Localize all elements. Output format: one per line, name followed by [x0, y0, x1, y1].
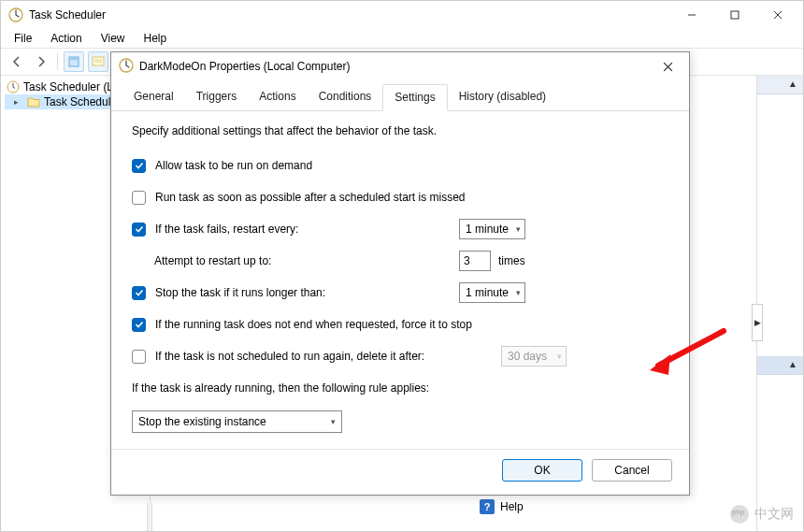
help-icon: ? — [480, 499, 495, 514]
tab-general[interactable]: General — [122, 84, 185, 110]
dialog-titlebar: DarkModeOn Properties (Local Computer) — [111, 52, 689, 80]
chevron-down-icon: ▾ — [331, 417, 336, 426]
dialog-footer: OK Cancel — [111, 449, 689, 495]
menubar: File Action View Help — [1, 29, 803, 48]
combo-stop-value: 1 minute — [466, 286, 509, 299]
properties-button[interactable] — [64, 51, 84, 72]
label-force-stop: If the running task does not end when re… — [155, 318, 472, 331]
label-restart-attempts: Attempt to restart up to: — [154, 254, 271, 267]
window-controls — [670, 1, 799, 29]
tab-actions[interactable]: Actions — [248, 84, 307, 110]
run-button[interactable] — [88, 51, 108, 72]
watermark: 中文网 — [730, 505, 794, 524]
menu-action[interactable]: Action — [43, 30, 89, 47]
titlebar: Task Scheduler — [1, 1, 803, 29]
checkbox-force-stop[interactable] — [132, 318, 146, 332]
actions-header-2[interactable]: ▲ — [757, 356, 803, 375]
tab-triggers[interactable]: Triggers — [185, 84, 249, 110]
properties-dialog: DarkModeOn Properties (Local Computer) G… — [110, 51, 690, 496]
watermark-text: 中文网 — [754, 506, 794, 523]
cancel-button[interactable]: Cancel — [592, 459, 672, 482]
label-restart-fail: If the task fails, restart every: — [155, 223, 298, 236]
help-row[interactable]: ? Help — [480, 499, 524, 514]
ok-label: OK — [534, 464, 550, 477]
checkbox-delete-after[interactable] — [132, 350, 146, 364]
combo-stop-duration[interactable]: 1 minute ▾ — [459, 282, 525, 303]
expand-icon[interactable]: ▸ — [14, 97, 23, 107]
combo-rule-value: Stop the existing instance — [138, 415, 266, 428]
menu-view[interactable]: View — [93, 30, 133, 47]
row-run-asap: Run task as soon as possible after a sch… — [132, 188, 668, 207]
expand-handle[interactable]: ▶ — [752, 304, 763, 341]
clock-icon — [8, 7, 23, 22]
svg-rect-4 — [93, 57, 104, 65]
label-run-asap: Run task as soon as possible after a sch… — [155, 191, 466, 204]
row-allow-demand: Allow task to be run on demand — [132, 156, 668, 175]
label-allow-demand: Allow task to be run on demand — [155, 159, 312, 172]
window-title: Task Scheduler — [29, 8, 670, 22]
actions-header-1[interactable]: ▲ — [757, 76, 803, 94]
checkbox-allow-demand[interactable] — [132, 159, 146, 173]
combo-rule[interactable]: Stop the existing instance ▾ — [132, 410, 342, 433]
svg-rect-1 — [731, 11, 739, 19]
chevron-down-icon: ▾ — [516, 224, 521, 234]
settings-description: Specify additional settings that affect … — [132, 124, 668, 137]
toolbar-separator — [57, 53, 58, 70]
tab-history[interactable]: History (disabled) — [448, 84, 557, 110]
row-delete-after: If the task is not scheduled to run agai… — [132, 347, 668, 366]
forward-button[interactable] — [31, 51, 51, 72]
row-force-stop: If the running task does not end when re… — [132, 315, 668, 334]
checkbox-restart-fail[interactable] — [132, 223, 146, 237]
ok-button[interactable]: OK — [502, 459, 582, 482]
row-restart-fail: If the task fails, restart every: 1 minu… — [132, 220, 668, 238]
dialog-close-button[interactable] — [653, 53, 682, 79]
tab-settings[interactable]: Settings — [382, 84, 447, 111]
row-restart-attempts: Attempt to restart up to: 3 times — [132, 252, 668, 270]
chevron-down-icon: ▾ — [516, 288, 521, 297]
caret-up-icon: ▲ — [788, 359, 797, 369]
svg-rect-3 — [69, 57, 79, 60]
dialog-title: DarkModeOn Properties (Local Computer) — [139, 60, 653, 73]
actions-panel: ▲ ▶ ▲ — [756, 76, 803, 531]
tab-conditions[interactable]: Conditions — [308, 84, 383, 110]
close-button[interactable] — [756, 1, 799, 29]
chevron-down-icon: ▾ — [557, 352, 562, 361]
row-already-running: If the task is already running, then the… — [132, 379, 668, 397]
caret-up-icon: ▲ — [788, 79, 797, 89]
dialog-tabs: General Triggers Actions Conditions Sett… — [111, 84, 689, 111]
checkbox-run-asap[interactable] — [132, 191, 146, 205]
menu-help[interactable]: Help — [136, 30, 175, 47]
clock-icon — [7, 80, 20, 93]
restart-attempts-value: 3 — [464, 254, 470, 267]
label-already-running: If the task is already running, then the… — [132, 381, 429, 395]
combo-restart-interval[interactable]: 1 minute ▾ — [459, 219, 525, 239]
label-times: times — [498, 254, 525, 267]
menu-file[interactable]: File — [7, 30, 39, 47]
dialog-body: Specify additional settings that affect … — [111, 111, 689, 449]
row-stop-longer: Stop the task if it runs longer than: 1 … — [132, 283, 668, 302]
splitter[interactable] — [147, 503, 152, 531]
combo-delete-value: 30 days — [508, 350, 547, 363]
minimize-button[interactable] — [670, 1, 713, 29]
input-restart-attempts[interactable]: 3 — [459, 251, 491, 271]
combo-delete-after: 30 days ▾ — [501, 346, 567, 367]
back-button[interactable] — [7, 51, 27, 72]
tree-child-label: Task Schedul — [44, 95, 110, 108]
combo-restart-value: 1 minute — [466, 223, 509, 236]
checkbox-stop-longer[interactable] — [132, 286, 146, 300]
clock-icon — [119, 58, 134, 76]
help-label: Help — [500, 500, 524, 513]
cancel-label: Cancel — [614, 464, 649, 477]
folder-icon — [27, 95, 40, 108]
tree-root-label: Task Scheduler (L — [23, 80, 113, 93]
maximize-button[interactable] — [713, 1, 756, 29]
label-delete-after: If the task is not scheduled to run agai… — [155, 350, 424, 363]
watermark-logo — [730, 505, 749, 524]
label-stop-longer: Stop the task if it runs longer than: — [155, 286, 325, 299]
